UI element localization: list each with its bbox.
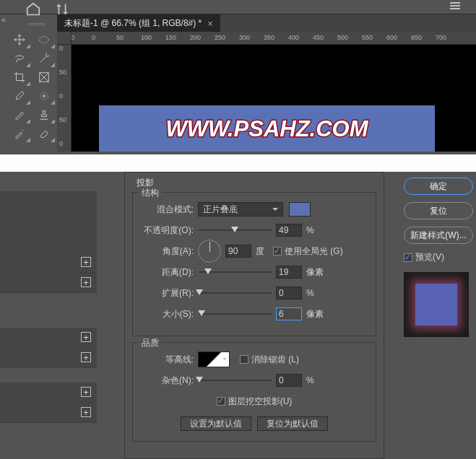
list-item[interactable] [0, 192, 97, 212]
document-tab-bar: 未标题-1 @ 66.7% (组 1, RGB/8#) * × [57, 14, 476, 32]
add-fx-icon[interactable]: + [81, 407, 91, 417]
crop-tool[interactable] [8, 68, 31, 87]
unit-label: 像素 [306, 266, 324, 279]
brush-tool[interactable] [8, 105, 31, 124]
knockout-label: 图层挖空投影(U) [228, 395, 293, 408]
canvas-text: WWW.PSAHZ.COM [165, 116, 368, 142]
vertical-ruler[interactable]: 0500500 [57, 45, 72, 152]
marquee-tool[interactable] [33, 30, 56, 49]
add-fx-icon[interactable]: + [81, 332, 91, 342]
make-default-button[interactable]: 设置为默认值 [181, 416, 251, 431]
tool-panel [7, 30, 56, 143]
hamburger-icon[interactable] [450, 2, 460, 4]
spread-slider[interactable] [199, 288, 272, 298]
canvas-shape: WWW.PSAHZ.COM [99, 105, 435, 152]
size-input[interactable] [276, 307, 302, 320]
new-style-button[interactable]: 新建样式(W)... [404, 227, 473, 244]
preview-label: 预览(V) [415, 251, 444, 263]
opacity-label: 不透明度(O): [140, 224, 198, 237]
opacity-input[interactable] [276, 224, 302, 237]
global-light-label: 使用全局光 (G) [285, 245, 343, 258]
add-fx-icon[interactable]: + [81, 387, 91, 397]
effect-panel: 投影 结构 混合模式: 正片叠底 不透明度(O): % 角度(A): [124, 172, 384, 459]
blend-mode-select[interactable]: 正片叠底 [198, 202, 283, 217]
collapse-button[interactable]: « [1, 16, 6, 24]
tab-title: 未标题-1 @ 66.7% (组 1, RGB/8#) * [64, 17, 202, 30]
canvas[interactable]: WWW.PSAHZ.COM [72, 45, 476, 152]
list-item[interactable]: + [0, 382, 97, 403]
app-menu-bar [0, 0, 476, 14]
distance-input[interactable] [276, 266, 302, 279]
tool-panel-grip[interactable] [18, 22, 56, 27]
contour-picker[interactable] [198, 351, 230, 367]
list-item[interactable]: + [0, 328, 97, 348]
preview-checkbox[interactable] [404, 253, 412, 262]
opacity-slider[interactable] [199, 225, 272, 235]
noise-slider[interactable] [199, 375, 272, 385]
distance-label: 距离(D): [140, 266, 198, 279]
wand-tool[interactable] [33, 49, 56, 68]
frame-tool[interactable] [33, 68, 56, 87]
list-item[interactable] [0, 232, 97, 253]
group-label: 结构 [139, 187, 162, 199]
distance-slider[interactable] [199, 267, 272, 277]
unit-label: % [306, 288, 314, 298]
list-item[interactable]: + [0, 273, 97, 293]
shadow-color-swatch[interactable] [289, 202, 311, 217]
eyedropper-tool[interactable] [8, 87, 31, 105]
add-fx-icon[interactable]: + [81, 257, 91, 267]
antialias-checkbox[interactable] [240, 355, 248, 364]
noise-label: 杂色(N): [140, 375, 198, 387]
ok-button[interactable]: 确定 [404, 178, 473, 195]
add-fx-icon[interactable]: + [81, 277, 91, 287]
list-item[interactable]: + [0, 253, 97, 273]
add-fx-icon[interactable]: + [81, 352, 91, 362]
move-tool[interactable] [8, 30, 31, 49]
history-brush-tool[interactable] [8, 124, 31, 143]
angle-label: 角度(A): [140, 245, 198, 258]
size-slider[interactable] [199, 309, 272, 319]
unit-label: % [306, 375, 314, 385]
document-tab[interactable]: 未标题-1 @ 66.7% (组 1, RGB/8#) * × [57, 14, 220, 32]
svg-point-0 [40, 37, 49, 43]
styles-list: + + + + + + [0, 172, 97, 459]
noise-input[interactable] [276, 374, 302, 387]
spread-input[interactable] [276, 287, 302, 300]
stamp-tool[interactable] [33, 105, 56, 124]
list-item[interactable]: + [0, 348, 97, 368]
effect-preview [404, 272, 469, 337]
horizontal-ruler[interactable]: 5005010015020025030035040045050055060065… [72, 32, 476, 45]
list-item[interactable] [0, 172, 97, 192]
home-icon[interactable] [25, 1, 41, 12]
unit-label: % [306, 225, 314, 235]
group-label: 品质 [139, 337, 162, 349]
blend-mode-label: 混合模式: [140, 204, 198, 216]
contour-label: 等高线: [140, 354, 198, 366]
cancel-button[interactable]: 复位 [404, 202, 473, 219]
unit-label: 像素 [306, 308, 324, 320]
knockout-checkbox[interactable] [217, 397, 225, 406]
lasso-tool[interactable] [8, 49, 31, 68]
reset-default-button[interactable]: 复位为默认值 [257, 416, 328, 431]
size-label: 大小(S): [140, 308, 198, 320]
angle-input[interactable] [225, 245, 251, 258]
angle-dial[interactable] [198, 240, 221, 263]
close-icon[interactable]: × [207, 18, 213, 29]
antialias-label: 消除锯齿 (L) [251, 354, 299, 366]
global-light-checkbox[interactable] [273, 247, 282, 255]
list-item[interactable] [0, 212, 97, 232]
ruler-origin[interactable] [57, 32, 72, 45]
unit-label: 度 [256, 245, 264, 258]
list-item[interactable]: + [0, 403, 97, 423]
spread-label: 扩展(R): [140, 287, 198, 300]
arrange-icon[interactable] [54, 1, 70, 12]
eraser-tool[interactable] [33, 124, 56, 143]
heal-tool[interactable] [33, 87, 56, 105]
